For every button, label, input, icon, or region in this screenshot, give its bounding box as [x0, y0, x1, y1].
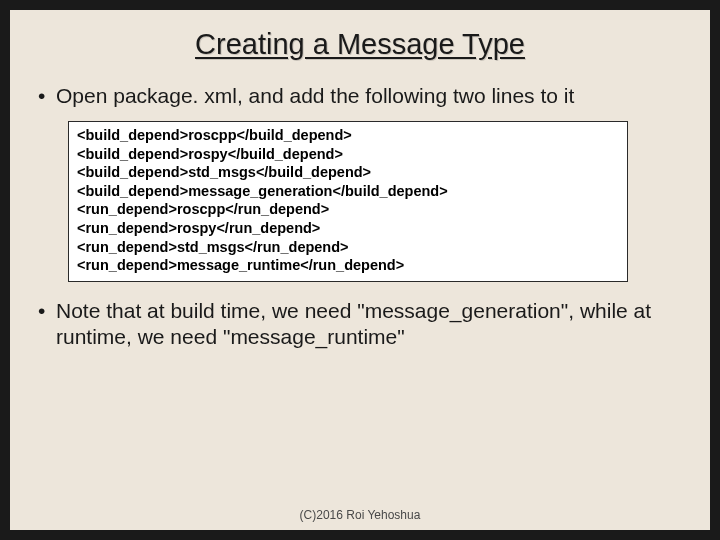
code-line: <run_depend>message_runtime</run_depend>: [77, 256, 619, 275]
footer-copyright: (C)2016 Roi Yehoshua: [10, 508, 710, 522]
code-line: <run_depend>rospy</run_depend>: [77, 219, 619, 238]
code-box: <build_depend>roscpp</build_depend> <bui…: [68, 121, 628, 281]
code-line: <run_depend>std_msgs</run_depend>: [77, 238, 619, 257]
code-line: <build_depend>rospy</build_depend>: [77, 145, 619, 164]
bullet-1: Open package. xml, and add the following…: [36, 83, 684, 109]
bullet-2: Note that at build time, we need "messag…: [36, 298, 684, 351]
code-line: <build_depend>roscpp</build_depend>: [77, 126, 619, 145]
code-line: <run_depend>roscpp</run_depend>: [77, 200, 619, 219]
slide-title: Creating a Message Type: [36, 28, 684, 61]
slide: Creating a Message Type Open package. xm…: [10, 10, 710, 530]
code-line: <build_depend>std_msgs</build_depend>: [77, 163, 619, 182]
code-line: <build_depend>message_generation</build_…: [77, 182, 619, 201]
